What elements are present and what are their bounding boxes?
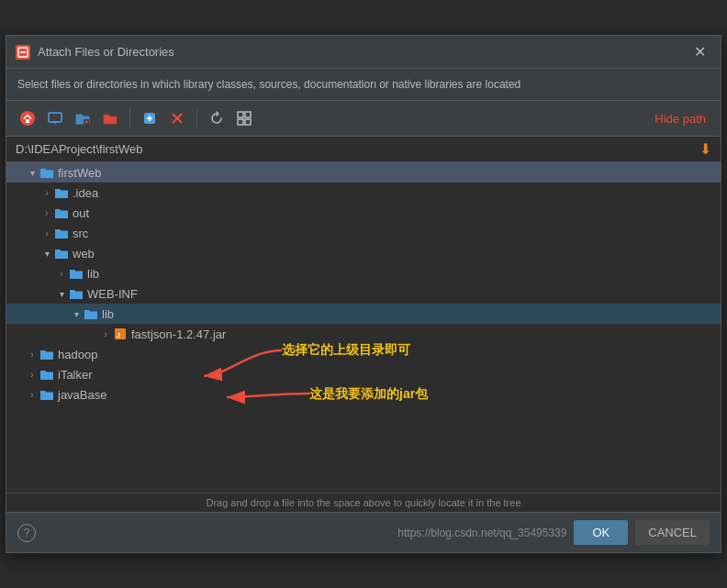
new-folder-button[interactable]: [71, 106, 95, 130]
dialog-description: Select files or directories in which lib…: [6, 69, 721, 101]
drag-hint: Drag and drop a file into the space abov…: [6, 493, 721, 512]
attach-files-dialog: Attach Files or Directories ✕ Select fil…: [6, 35, 721, 553]
item-label-javabase: javaBase: [58, 388, 106, 402]
toggle-javabase[interactable]: ›: [25, 387, 39, 402]
item-label-src: src: [73, 227, 88, 240]
svg-rect-4: [49, 113, 62, 122]
item-label-italker: iTalker: [58, 368, 93, 382]
item-label-idea: .idea: [73, 186, 98, 200]
add-button[interactable]: [138, 106, 162, 130]
svg-point-2: [20, 111, 35, 126]
toggle-webinf[interactable]: ▾: [54, 286, 69, 301]
path-download-icon[interactable]: ⬇: [699, 140, 711, 158]
folder-icon-web-lib: [69, 267, 84, 280]
ok-button[interactable]: OK: [574, 520, 628, 545]
folder-icon-src: [54, 227, 69, 239]
cancel-button[interactable]: CANCEL: [635, 520, 710, 545]
folder-icon-webinf-lib: [84, 307, 98, 320]
toggle-web-lib[interactable]: ›: [54, 266, 69, 281]
desktop-button[interactable]: [43, 106, 67, 130]
title-bar: Attach Files or Directories ✕: [6, 36, 721, 69]
toolbar: Hide path: [6, 101, 721, 137]
path-bar: D:\IDEAProject\firstWeb ⬇: [6, 137, 721, 162]
expand-all-button[interactable]: [232, 106, 256, 130]
refresh-button[interactable]: [205, 106, 229, 130]
current-path: D:\IDEAProject\firstWeb: [16, 142, 692, 156]
tree-item-fastjson[interactable]: › J fastjson-1.2.47.jar: [6, 324, 721, 344]
toggle-src[interactable]: ›: [39, 226, 54, 240]
folder-icon-idea: [54, 186, 69, 199]
svg-rect-17: [238, 119, 243, 125]
folder-icon-javabase: [39, 388, 54, 401]
help-button[interactable]: ?: [17, 524, 36, 542]
svg-rect-3: [26, 119, 29, 123]
svg-rect-15: [238, 112, 243, 117]
tree-item-hadoop[interactable]: › hadoop: [6, 344, 721, 364]
toggle-webinf-lib[interactable]: ▾: [69, 306, 84, 321]
folder-icon-webinf: [69, 287, 84, 300]
tree-item-web-lib[interactable]: › lib: [6, 263, 721, 283]
toggle-fastjson[interactable]: ›: [98, 327, 113, 341]
item-label-webinf: WEB-INF: [87, 287, 138, 301]
footer: ? https://blog.csdn.net/qq_35495339 OK C…: [6, 512, 721, 552]
folder-icon-out: [54, 206, 69, 219]
footer-url: https://blog.csdn.net/qq_35495339: [43, 527, 566, 539]
home-button[interactable]: [16, 106, 39, 130]
tree-item-webinf-lib[interactable]: ▾ lib: [6, 304, 721, 324]
folder-icon-web: [54, 247, 69, 260]
tree-item-idea[interactable]: › .idea: [6, 183, 721, 203]
item-label-out: out: [73, 206, 89, 220]
toolbar-separator-2: [196, 109, 197, 128]
tree-item-webinf[interactable]: ▾ WEB-INF: [6, 283, 721, 304]
file-tree[interactable]: ▾ firstWeb › .idea › out: [6, 162, 721, 493]
tree-item-src[interactable]: › src: [6, 223, 721, 243]
toggle-out[interactable]: ›: [39, 205, 54, 220]
dialog-icon: [16, 45, 30, 60]
toggle-idea[interactable]: ›: [39, 185, 54, 200]
folder-icon-hadoop: [39, 348, 54, 361]
item-label-firstweb: firstWeb: [58, 166, 101, 180]
svg-text:J: J: [117, 332, 120, 338]
folder-color-button[interactable]: [98, 106, 122, 130]
folder-icon: [39, 166, 54, 179]
item-label-webinf-lib: lib: [102, 307, 114, 321]
close-button[interactable]: ✕: [688, 41, 711, 62]
jar-file-icon: J: [113, 327, 128, 341]
svg-rect-16: [245, 112, 251, 117]
tree-item-javabase[interactable]: › javaBase: [6, 384, 721, 405]
tree-item-out[interactable]: › out: [6, 203, 721, 223]
tree-item-web[interactable]: ▾ web: [6, 243, 721, 263]
toolbar-separator-1: [129, 109, 130, 128]
remove-button[interactable]: [165, 106, 189, 130]
toggle-web[interactable]: ▾: [39, 246, 54, 261]
item-label-hadoop: hadoop: [58, 348, 97, 361]
toggle-italker[interactable]: ›: [25, 367, 39, 382]
tree-item-italker[interactable]: › iTalker: [6, 364, 721, 384]
item-label-web: web: [73, 247, 95, 261]
toggle-hadoop[interactable]: ›: [25, 347, 39, 361]
tree-item-firstweb[interactable]: ▾ firstWeb: [6, 162, 721, 183]
dialog-title: Attach Files or Directories: [38, 45, 681, 59]
item-label-web-lib: lib: [87, 267, 99, 281]
hide-path-button[interactable]: Hide path: [649, 108, 711, 129]
content-area: ▾ firstWeb › .idea › out: [6, 162, 721, 493]
toggle-firstweb[interactable]: ▾: [25, 165, 39, 180]
svg-rect-18: [245, 119, 251, 125]
item-label-fastjson: fastjson-1.2.47.jar: [131, 327, 226, 341]
folder-icon-italker: [39, 368, 54, 381]
